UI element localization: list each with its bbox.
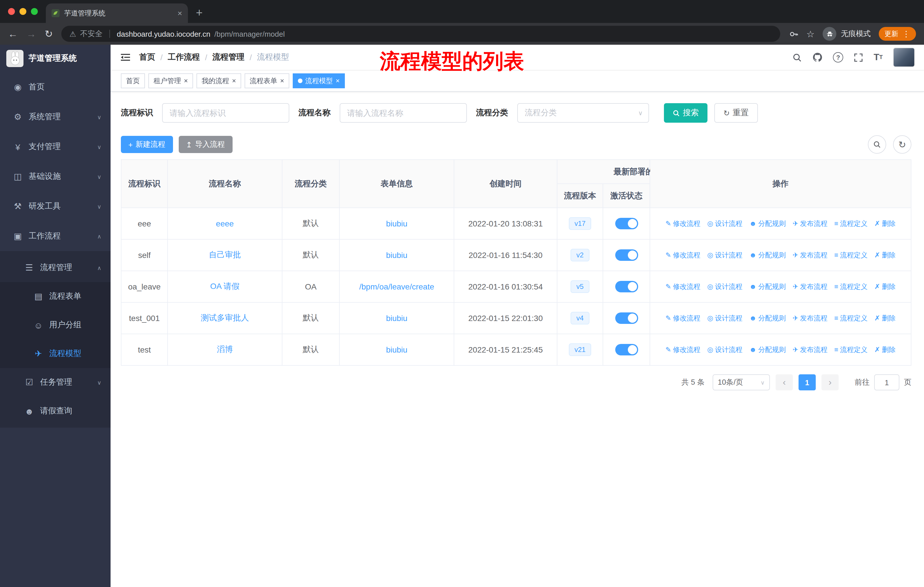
cell-process-name-link[interactable]: OA 请假 bbox=[168, 271, 282, 303]
address-bar[interactable]: ⚠ 不安全 dashboard.yudao.iocoder.cn/bpm/man… bbox=[61, 26, 780, 42]
sidebar-item-process-model[interactable]: ✈ 流程模型 bbox=[0, 339, 111, 368]
row-action-link[interactable]: ✎修改流程 bbox=[665, 282, 700, 292]
tag-home[interactable]: 首页 bbox=[121, 73, 145, 88]
sidebar-item-infrastructure[interactable]: ◫ 基础设施 ∨ bbox=[0, 162, 111, 192]
bookmark-star-icon[interactable]: ☆ bbox=[806, 28, 815, 39]
forward-icon[interactable]: → bbox=[26, 29, 36, 39]
active-toggle[interactable] bbox=[615, 218, 638, 229]
active-toggle[interactable] bbox=[615, 344, 638, 356]
cell-process-name-link[interactable]: 测试多审批人 bbox=[168, 303, 282, 334]
row-action-link[interactable]: ✈发布流程 bbox=[792, 282, 827, 292]
user-avatar[interactable] bbox=[893, 48, 915, 67]
cell-form-link[interactable]: biubiu bbox=[340, 334, 454, 365]
row-action-link[interactable]: ✗删除 bbox=[874, 314, 896, 323]
tag-my-process[interactable]: 我的流程 × bbox=[196, 73, 241, 88]
active-toggle[interactable] bbox=[615, 313, 638, 324]
row-action-link[interactable]: ≡流程定义 bbox=[834, 219, 868, 229]
incognito-badge[interactable]: 无痕模式 bbox=[823, 27, 871, 41]
process-category-select[interactable]: 流程分类 ∨ bbox=[517, 103, 649, 123]
sidebar-item-home[interactable]: ◉ 首页 bbox=[0, 72, 111, 102]
window-minimize-button[interactable] bbox=[20, 8, 26, 15]
new-tab-button[interactable]: + bbox=[196, 7, 203, 18]
create-process-button[interactable]: + 新建流程 bbox=[121, 136, 173, 153]
breadcrumb-home[interactable]: 首页 bbox=[139, 52, 155, 63]
cell-form-link[interactable]: biubiu bbox=[340, 239, 454, 271]
sidebar-item-devtools[interactable]: ⚒ 研发工具 ∨ bbox=[0, 192, 111, 221]
row-action-link[interactable]: ✈发布流程 bbox=[792, 314, 827, 323]
row-action-link[interactable]: ◎设计流程 bbox=[707, 219, 742, 229]
page-size-select[interactable]: 10条/页 ∨ bbox=[713, 374, 770, 390]
row-action-link[interactable]: ☻分配规则 bbox=[749, 314, 785, 323]
prev-page-button[interactable]: ‹ bbox=[776, 374, 793, 390]
row-action-link[interactable]: ✗删除 bbox=[874, 345, 896, 355]
font-size-icon[interactable]: TT bbox=[874, 53, 883, 62]
row-action-link[interactable]: ◎设计流程 bbox=[707, 345, 742, 355]
row-action-link[interactable]: ☻分配规则 bbox=[749, 219, 785, 229]
row-action-link[interactable]: ≡流程定义 bbox=[834, 282, 868, 292]
sidebar-item-leave-query[interactable]: ☻ 请假查询 bbox=[0, 397, 111, 425]
active-toggle[interactable] bbox=[615, 250, 638, 261]
sidebar-item-process-form[interactable]: ▤ 流程表单 bbox=[0, 282, 111, 311]
row-action-link[interactable]: ☻分配规则 bbox=[749, 251, 785, 260]
sidebar-item-system[interactable]: ⚙ 系统管理 ∨ bbox=[0, 102, 111, 132]
tab-close-icon[interactable]: × bbox=[178, 8, 182, 18]
process-id-input[interactable] bbox=[162, 103, 289, 123]
row-action-link[interactable]: ◎设计流程 bbox=[707, 282, 742, 292]
fullscreen-icon[interactable] bbox=[853, 53, 863, 62]
next-page-button[interactable]: › bbox=[822, 374, 839, 390]
close-icon[interactable]: × bbox=[184, 78, 188, 84]
breadcrumb-workflow[interactable]: 工作流程 bbox=[168, 52, 200, 63]
sidebar-item-user-group[interactable]: ☺ 用户分组 bbox=[0, 311, 111, 339]
row-action-link[interactable]: ☻分配规则 bbox=[749, 345, 785, 355]
row-action-link[interactable]: ✗删除 bbox=[874, 219, 896, 229]
import-process-button[interactable]: ↥ 导入流程 bbox=[178, 136, 232, 153]
row-action-link[interactable]: ✎修改流程 bbox=[665, 314, 700, 323]
cell-process-name-link[interactable]: eeee bbox=[168, 208, 282, 239]
reset-button[interactable]: ↻ 重置 bbox=[714, 103, 758, 123]
row-action-link[interactable]: ≡流程定义 bbox=[834, 314, 868, 323]
row-action-link[interactable]: ✗删除 bbox=[874, 282, 896, 292]
cell-process-name-link[interactable]: 自己审批 bbox=[168, 239, 282, 271]
browser-tab[interactable]: 芋道管理系统 × bbox=[46, 3, 188, 23]
sidebar-fold-icon[interactable] bbox=[120, 51, 131, 63]
row-action-link[interactable]: ✗删除 bbox=[874, 251, 896, 260]
search-button[interactable]: 搜索 bbox=[664, 103, 708, 123]
help-icon[interactable]: ? bbox=[833, 52, 843, 63]
row-action-link[interactable]: ☻分配规则 bbox=[749, 282, 785, 292]
sidebar-item-workflow[interactable]: ▣ 工作流程 ∧ bbox=[0, 221, 111, 251]
close-icon[interactable]: × bbox=[280, 78, 284, 84]
tag-tenant[interactable]: 租户管理 × bbox=[148, 73, 193, 88]
row-action-link[interactable]: ≡流程定义 bbox=[834, 345, 868, 355]
row-action-link[interactable]: ✎修改流程 bbox=[665, 219, 700, 229]
refresh-table-button[interactable]: ↻ bbox=[893, 135, 911, 154]
tag-process-form[interactable]: 流程表单 × bbox=[244, 73, 289, 88]
toggle-search-button[interactable] bbox=[868, 135, 886, 154]
tag-process-model[interactable]: 流程模型 × bbox=[293, 73, 345, 88]
goto-page-input[interactable] bbox=[874, 374, 899, 390]
cell-form-link[interactable]: biubiu bbox=[340, 303, 454, 334]
cell-process-name-link[interactable]: 滔博 bbox=[168, 334, 282, 365]
sidebar-item-payment[interactable]: ¥ 支付管理 ∨ bbox=[0, 132, 111, 162]
sidebar-item-process-management[interactable]: ☰ 流程管理 ∧ bbox=[0, 253, 111, 282]
search-icon[interactable] bbox=[792, 53, 802, 62]
browser-update-button[interactable]: 更新 ⋮ bbox=[879, 27, 916, 41]
sidebar-item-task-management[interactable]: ☑ 任务管理 ∨ bbox=[0, 368, 111, 397]
row-action-link[interactable]: ≡流程定义 bbox=[834, 251, 868, 260]
cell-form-link[interactable]: biubiu bbox=[340, 208, 454, 239]
breadcrumb-process-management[interactable]: 流程管理 bbox=[213, 52, 244, 63]
row-action-link[interactable]: ◎设计流程 bbox=[707, 251, 742, 260]
row-action-link[interactable]: ✈发布流程 bbox=[792, 251, 827, 260]
row-action-link[interactable]: ✈发布流程 bbox=[792, 345, 827, 355]
row-action-link[interactable]: ✎修改流程 bbox=[665, 251, 700, 260]
password-key-icon[interactable] bbox=[789, 29, 798, 39]
reload-icon[interactable]: ↻ bbox=[45, 29, 53, 39]
close-icon[interactable]: × bbox=[232, 78, 236, 84]
close-icon[interactable]: × bbox=[336, 78, 340, 84]
current-page-button[interactable]: 1 bbox=[799, 374, 816, 390]
row-action-link[interactable]: ✎修改流程 bbox=[665, 345, 700, 355]
back-icon[interactable]: ← bbox=[8, 29, 18, 39]
app-logo[interactable]: 芋道管理系统 bbox=[0, 45, 111, 72]
row-action-link[interactable]: ✈发布流程 bbox=[792, 219, 827, 229]
active-toggle[interactable] bbox=[615, 281, 638, 293]
github-icon[interactable] bbox=[812, 52, 823, 63]
